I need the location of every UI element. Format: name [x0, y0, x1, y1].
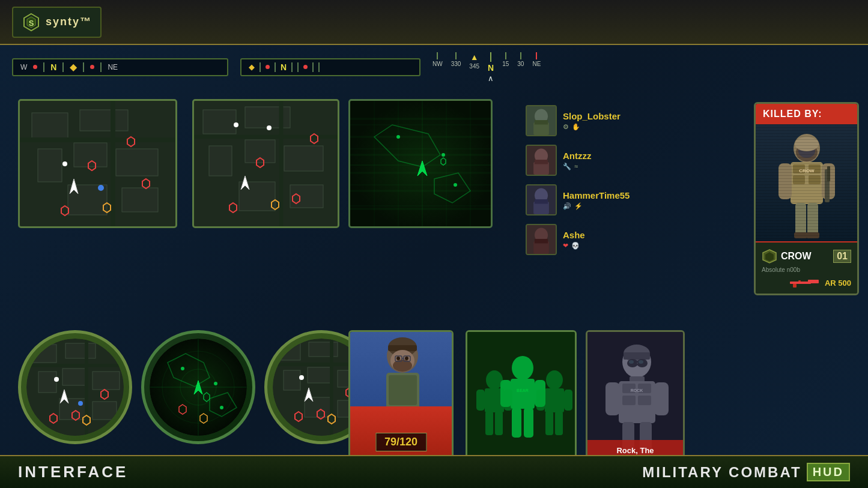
nav-tick-7	[291, 62, 293, 72]
player-icons-1: ⚙ ✋	[563, 123, 621, 131]
svg-rect-170	[495, 411, 503, 435]
svg-point-56	[396, 135, 400, 139]
map-panel-1	[18, 99, 177, 228]
svg-rect-160	[511, 379, 535, 409]
svg-point-124	[181, 367, 184, 370]
svg-rect-105	[62, 369, 86, 385]
map-tactical-1-svg	[20, 101, 177, 228]
svg-rect-174	[564, 390, 572, 411]
tick-ne	[536, 52, 537, 59]
nav-tick-2	[62, 62, 64, 72]
scanlines	[756, 124, 857, 241]
svg-rect-99	[793, 284, 797, 288]
tick-n	[490, 52, 491, 62]
compass-bar-1: W N ◆ NE	[12, 58, 228, 76]
svg-rect-172	[545, 388, 564, 412]
circle-inner-1	[26, 339, 124, 436]
svg-rect-97	[790, 282, 811, 284]
portrait-character-1-svg	[350, 332, 454, 409]
svg-rect-6	[38, 149, 62, 182]
compass-ne: NE	[532, 52, 541, 67]
rank-badge-icon	[762, 249, 777, 264]
svg-rect-107	[59, 399, 86, 420]
portrait-panel-3: ROCK Rock, The	[586, 330, 685, 455]
player-item-3: HammerTime55 🔊 ⚡	[526, 184, 688, 215]
svg-point-171	[546, 370, 563, 390]
player-avatar-4	[526, 224, 557, 255]
nav-tick-3	[83, 62, 84, 72]
svg-rect-133	[284, 370, 300, 390]
killed-by-panel: KILLED BY:	[754, 102, 859, 295]
svg-point-111	[54, 377, 59, 382]
triangle-indicator: ▲	[470, 52, 479, 62]
compass-nw: NW	[432, 52, 443, 67]
portrait-panel-2: BEAR First Officer Bear	[466, 330, 577, 455]
player-info-2: Antzzz 🔧 ≈	[563, 151, 592, 170]
nav-tick-8	[297, 62, 299, 72]
player-info-4: Ashe ❤ 💀	[563, 230, 585, 250]
portrait-name-3: Rock, The	[616, 446, 654, 455]
svg-rect-163	[512, 408, 521, 438]
player-info-1: Slop_Lobster ⚙ ✋	[563, 111, 621, 131]
map-panel-2	[192, 99, 339, 228]
portrait-health-display: 79/120	[375, 433, 426, 451]
svg-rect-10	[122, 188, 158, 212]
portrait-green-bg: BEAR First Officer Bear	[467, 332, 575, 455]
top-bar: S synty™	[0, 0, 868, 45]
svg-point-185	[629, 360, 634, 364]
player-icons-4: ❤ 💀	[563, 242, 585, 250]
portrait-name-bar-3: Rock, The	[587, 440, 683, 455]
svg-rect-103	[65, 343, 96, 358]
tick-nw	[437, 52, 438, 59]
player-item-4: Ashe ❤ 💀	[526, 224, 688, 255]
svg-rect-98	[808, 280, 819, 283]
player-icon-speaker: 🔊	[563, 202, 571, 210]
portrait-bottom-area-1: 79/120	[350, 406, 452, 455]
player-name-3: HammerTime55	[563, 190, 630, 200]
nav-tick-1	[43, 62, 44, 72]
circle-outer-1	[18, 330, 132, 444]
svg-text:S: S	[29, 19, 34, 28]
svg-point-140	[299, 375, 304, 380]
svg-point-18	[62, 161, 67, 166]
circle-outer-2	[141, 330, 255, 444]
player-icon-hand: ✋	[572, 123, 580, 131]
svg-point-31	[234, 122, 238, 127]
svg-point-186	[639, 360, 643, 364]
svg-point-165	[486, 370, 503, 390]
portrait-2-svg: BEAR	[467, 332, 577, 455]
main-content: W N ◆ NE ◆ N NW	[0, 45, 868, 455]
circle-map-1-svg	[26, 339, 124, 436]
killed-by-character-area: CROW	[756, 124, 857, 241]
player-name-4: Ashe	[563, 230, 585, 240]
circle-inner-2	[150, 339, 247, 436]
svg-rect-175	[545, 411, 553, 435]
killed-by-info: CROW 01 Absolute n00b AR 500	[756, 241, 857, 294]
svg-point-116	[78, 401, 83, 406]
svg-rect-102	[32, 345, 56, 363]
svg-point-125	[214, 382, 217, 385]
chevron-up: ∧	[488, 74, 494, 83]
svg-point-58	[454, 183, 457, 187]
player-icon-bolt: ⚡	[574, 202, 583, 210]
svg-rect-104	[38, 372, 56, 393]
svg-point-151	[396, 357, 400, 360]
portrait-panel-1: 79/120	[348, 330, 454, 455]
circle-map-2	[141, 330, 255, 444]
nav-label-w: W	[20, 63, 27, 71]
mount-bottom-3	[402, 226, 439, 228]
svg-point-19	[98, 185, 104, 191]
weapon-icon	[790, 278, 820, 288]
svg-rect-166	[485, 388, 504, 412]
svg-rect-28	[290, 185, 323, 208]
label-nw: NW	[432, 61, 443, 67]
svg-point-57	[442, 153, 445, 157]
killed-by-header: KILLED BY:	[756, 104, 857, 124]
svg-rect-157	[389, 375, 417, 405]
tick-330	[455, 52, 457, 59]
nav-label-n2: N	[281, 62, 287, 72]
svg-rect-22	[203, 110, 236, 134]
player-icon-wave: ≈	[574, 163, 578, 170]
tick-30	[520, 52, 521, 59]
svg-rect-167	[476, 390, 485, 411]
